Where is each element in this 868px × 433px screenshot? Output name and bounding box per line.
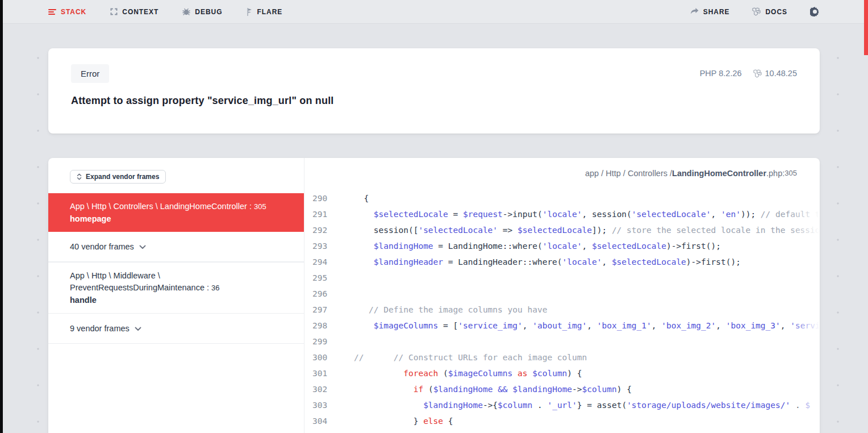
line-source: // // Construct URLs for each image colu… — [334, 349, 587, 365]
line-number: 298 — [312, 318, 329, 334]
breadcrumb-line-number: 305 — [784, 169, 797, 177]
chevron-down-icon — [139, 245, 146, 249]
line-number: 291 — [312, 206, 329, 222]
top-nav: STACK CONTEXT DEBUG FLARE SHARE — [3, 0, 868, 24]
share-arrow-icon — [690, 8, 699, 15]
file-breadcrumb: app / Http / Controllers / LandingHomeCo… — [304, 158, 820, 188]
code-line: 301 foreach ($imageColumns as $column) { — [304, 365, 820, 381]
code-line: 290 { — [304, 190, 820, 206]
line-number: 300 — [312, 349, 329, 365]
tab-stack[interactable]: STACK — [48, 8, 86, 16]
code-line: 295 — [304, 270, 820, 286]
line-number: 294 — [312, 254, 329, 270]
frame-path: App \ Http \ Middleware \ PreventRequest… — [70, 270, 290, 294]
tab-debug-label: DEBUG — [195, 8, 222, 16]
share-button[interactable]: SHARE — [690, 8, 730, 16]
code-line: 293 $landingHome = LandingHome::where('l… — [304, 238, 820, 254]
vendor-frames-group-9[interactable]: 9 vendor frames — [48, 314, 304, 344]
code-line: 304 } else { — [304, 413, 820, 429]
frame-path: App \ Http \ Controllers \ LandingHomeCo… — [70, 201, 290, 213]
tab-flare[interactable]: FLARE — [246, 8, 282, 16]
code-line: 298 $imageColumns = ['service_img', 'abo… — [304, 318, 820, 334]
tab-context-label: CONTEXT — [122, 8, 158, 16]
line-number: 299 — [312, 334, 329, 349]
expand-vendor-frames-label: Expand vendor frames — [86, 173, 159, 181]
runtime-versions: PHP 8.2.26 10.48.25 — [700, 69, 797, 78]
breadcrumb-file-name: LandingHomeController — [672, 169, 766, 178]
error-summary-card: Error Attempt to assign property "servic… — [48, 48, 820, 134]
laravel-logo-icon — [752, 7, 761, 16]
framework-version-number: 10.48.25 — [765, 69, 797, 78]
docs-button[interactable]: DOCS — [752, 7, 787, 16]
window-left-edge — [0, 0, 3, 433]
expand-collapse-icon — [77, 173, 82, 180]
line-number: 297 — [312, 302, 329, 318]
tab-context[interactable]: CONTEXT — [110, 8, 158, 16]
code-snippet-pane: app / Http / Controllers / LandingHomeCo… — [304, 158, 820, 433]
code-line: 297 // Define the image columns you have — [304, 302, 820, 318]
tab-debug[interactable]: DEBUG — [182, 8, 222, 16]
line-source: session(['selectedLocale' => $selectedLo… — [334, 222, 820, 238]
laravel-logo-icon — [753, 69, 762, 78]
vendor-frames-label: 9 vendor frames — [70, 324, 130, 333]
frame-line-number: 36 — [211, 284, 219, 292]
stack-frames-pane: Expand vendor frames App \ Http \ Contro… — [48, 158, 304, 433]
line-number: 296 — [312, 286, 329, 302]
line-source: } else { — [334, 413, 453, 429]
frames-toolbar: Expand vendor frames — [48, 158, 304, 193]
page-scrollbar-thumb[interactable] — [864, 0, 868, 55]
stack-lines-icon — [48, 9, 56, 15]
code-line: 294 $landingHeader = LandingHeader::wher… — [304, 254, 820, 270]
settings-gear-icon[interactable] — [810, 7, 820, 16]
frame-method: handle — [70, 295, 290, 305]
line-source: // Define the image columns you have — [334, 302, 547, 318]
php-version: PHP 8.2.26 — [700, 69, 742, 78]
code-line: 296 — [304, 286, 820, 302]
code-line: 291 $selectedLocale = $request->input('l… — [304, 206, 820, 222]
line-source: $selectedLocale = $request->input('local… — [334, 206, 820, 222]
code-lines: 290 {291 $selectedLocale = $request->inp… — [304, 188, 820, 429]
share-label: SHARE — [703, 8, 730, 16]
code-line: 292 session(['selectedLocale' => $select… — [304, 222, 820, 238]
frame-method: homepage — [70, 214, 290, 223]
line-source: $imageColumns = ['service_img', 'about_i… — [334, 318, 820, 334]
line-number: 303 — [312, 397, 329, 413]
code-line: 302 if ($landingHome && $landingHome->$c… — [304, 381, 820, 397]
framework-version: 10.48.25 — [753, 69, 797, 78]
line-source: $landingHeader = LandingHeader::where('l… — [334, 254, 741, 270]
error-message-title: Attempt to assign property "service_img_… — [71, 95, 797, 107]
stack-frame-middleware[interactable]: App \ Http \ Middleware \ PreventRequest… — [48, 262, 304, 314]
line-number: 302 — [312, 381, 329, 397]
line-number: 295 — [312, 270, 329, 286]
bug-icon — [182, 8, 190, 15]
line-source: $landingHome = LandingHome::where('local… — [334, 238, 721, 254]
vendor-frames-label: 40 vendor frames — [70, 242, 134, 251]
line-source: foreach ($imageColumns as $column) { — [334, 365, 582, 381]
nav-actions: SHARE DOCS — [690, 7, 820, 16]
line-source: { — [334, 190, 369, 206]
code-line: 299 — [304, 334, 820, 349]
page-background: Error Attempt to assign property "servic… — [3, 24, 868, 433]
context-brackets-icon — [110, 8, 118, 15]
line-source: $landingHome->{$column . '_url'} = asset… — [334, 397, 810, 413]
flare-flag-icon — [246, 8, 252, 16]
error-type-badge: Error — [71, 64, 109, 83]
chevron-down-icon — [135, 327, 141, 331]
line-number: 304 — [312, 413, 329, 429]
docs-label: DOCS — [765, 8, 787, 16]
stack-trace-card: Expand vendor frames App \ Http \ Contro… — [48, 158, 820, 433]
frame-line-number: 305 — [254, 202, 266, 211]
line-number: 301 — [312, 365, 329, 381]
vendor-frames-group-40[interactable]: 40 vendor frames — [48, 232, 304, 262]
code-line: 300 // // Construct URLs for each image … — [304, 349, 820, 365]
tab-stack-label: STACK — [61, 8, 86, 16]
line-number: 290 — [312, 190, 329, 206]
line-source: if ($landingHome && $landingHome->$colum… — [334, 381, 632, 397]
nav-tabs: STACK CONTEXT DEBUG FLARE — [48, 8, 282, 16]
code-line: 303 $landingHome->{$column . '_url'} = a… — [304, 397, 820, 413]
expand-vendor-frames-button[interactable]: Expand vendor frames — [70, 170, 166, 184]
stack-frame-active[interactable]: App \ Http \ Controllers \ LandingHomeCo… — [48, 193, 304, 232]
line-number: 293 — [312, 238, 329, 254]
tab-flare-label: FLARE — [257, 8, 282, 16]
line-number: 292 — [312, 222, 329, 238]
